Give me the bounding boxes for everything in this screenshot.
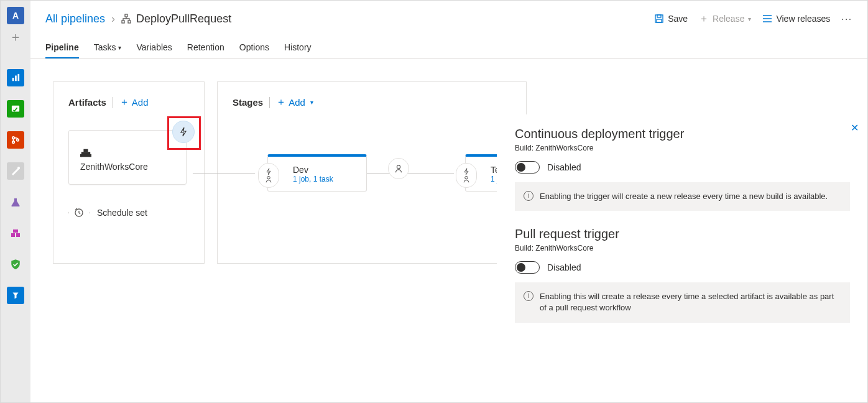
- breadcrumb: All pipelines › DeployPullRequest: [45, 12, 231, 25]
- svg-rect-9: [11, 233, 15, 237]
- sidebar-test-icon[interactable]: [7, 193, 24, 211]
- svg-rect-11: [125, 14, 127, 17]
- build-label: Build: ZenithWorksCore: [515, 144, 850, 152]
- svg-point-6: [17, 139, 19, 141]
- tab-retention[interactable]: Retention: [187, 42, 224, 58]
- schedule-label: Schedule set: [97, 208, 147, 218]
- postdeploy-conditions-icon[interactable]: [388, 158, 409, 179]
- svg-point-26: [397, 165, 400, 169]
- tab-options[interactable]: Options: [239, 42, 269, 58]
- chevron-down-icon: ▾: [118, 44, 121, 51]
- trigger-panel: ✕ Continuous deployment trigger Build: Z…: [497, 114, 867, 402]
- sidebar-overview-icon[interactable]: [7, 69, 24, 86]
- connector-line: [367, 173, 454, 174]
- svg-rect-0: [12, 78, 14, 81]
- svg-rect-20: [81, 152, 90, 157]
- sidebar-shield-icon[interactable]: [7, 256, 24, 273]
- pipeline-icon: [121, 14, 131, 24]
- artifact-name: ZenithWorksCore: [80, 162, 177, 172]
- svg-rect-15: [657, 15, 661, 17]
- cd-toggle[interactable]: [515, 161, 540, 174]
- topbar: All pipelines › DeployPullRequest Save ＋…: [30, 1, 867, 30]
- top-actions: Save ＋ Release ▾ View releases ···: [654, 12, 852, 25]
- svg-rect-13: [128, 21, 131, 23]
- svg-rect-12: [122, 21, 124, 23]
- clock-icon: [68, 202, 90, 223]
- sidebar-repos-icon[interactable]: [7, 131, 24, 149]
- stages-panel: Stages ＋ Add ▾ Dev 1 job, 1 task: [217, 81, 527, 264]
- breadcrumb-root[interactable]: All pipelines: [45, 12, 105, 25]
- close-icon[interactable]: ✕: [851, 122, 859, 134]
- sidebar-artifacts-icon[interactable]: [7, 225, 24, 242]
- predeploy-conditions-icon[interactable]: [456, 163, 477, 188]
- svg-rect-1: [15, 76, 17, 81]
- tab-history[interactable]: History: [284, 42, 312, 58]
- artifact-card[interactable]: ZenithWorksCore: [68, 130, 187, 185]
- add-stage-button[interactable]: ＋ Add ▾: [276, 96, 313, 109]
- pipeline-canvas: Artifacts ＋ Add ZenithWorksCore: [30, 59, 867, 402]
- svg-point-7: [17, 167, 20, 169]
- stage-name: Dev: [293, 165, 358, 175]
- pr-toggle[interactable]: [515, 261, 540, 274]
- save-button[interactable]: Save: [654, 14, 688, 24]
- info-icon: i: [524, 291, 533, 301]
- plus-icon: ＋: [119, 96, 129, 109]
- svg-rect-2: [18, 74, 20, 81]
- stage-sub[interactable]: 1 job, 1 task: [293, 175, 358, 183]
- info-icon: i: [524, 191, 533, 201]
- stage-card-dev[interactable]: Dev 1 job, 1 task: [267, 154, 367, 192]
- svg-rect-22: [80, 154, 82, 157]
- svg-point-4: [12, 137, 15, 139]
- connector-line: [193, 173, 255, 174]
- project-badge[interactable]: A: [7, 7, 24, 24]
- svg-rect-21: [83, 149, 88, 152]
- view-releases-button[interactable]: View releases: [762, 14, 830, 24]
- sidebar-query-icon[interactable]: [7, 287, 24, 304]
- pr-info: i Enabling this will create a release ev…: [515, 282, 850, 322]
- predeploy-conditions-icon[interactable]: [258, 163, 279, 188]
- build-source-icon: [80, 148, 177, 158]
- svg-point-5: [12, 141, 15, 144]
- svg-point-25: [267, 177, 270, 180]
- svg-rect-23: [90, 154, 91, 157]
- plus-icon: ＋: [276, 96, 286, 109]
- svg-rect-8: [13, 229, 18, 233]
- svg-point-27: [465, 177, 468, 180]
- pipeline-name: DeployPullRequest: [136, 12, 231, 25]
- pr-trigger-title: Pull request trigger: [515, 227, 850, 241]
- release-button[interactable]: ＋ Release ▾: [699, 12, 751, 25]
- artifacts-panel: Artifacts ＋ Add ZenithWorksCore: [53, 81, 205, 264]
- artifacts-title: Artifacts: [68, 97, 106, 108]
- breadcrumb-sep: ›: [111, 12, 115, 25]
- add-artifact-button[interactable]: ＋ Add: [119, 96, 149, 109]
- build-label: Build: ZenithWorksCore: [515, 244, 850, 252]
- cd-trigger-button[interactable]: [172, 121, 195, 143]
- svg-rect-3: [12, 106, 19, 112]
- pr-toggle-label: Disabled: [547, 262, 581, 272]
- sidebar-pipelines-icon[interactable]: [7, 162, 24, 180]
- cd-toggle-label: Disabled: [547, 162, 581, 172]
- tab-pipeline[interactable]: Pipeline: [45, 42, 79, 58]
- tab-tasks[interactable]: Tasks▾: [94, 42, 122, 58]
- left-nav: A ＋: [1, 1, 30, 402]
- cd-trigger-title: Continuous deployment trigger: [515, 127, 850, 141]
- add-project-icon[interactable]: ＋: [7, 28, 24, 45]
- cd-info: i Enabling the trigger will create a new…: [515, 182, 850, 211]
- stages-title: Stages: [233, 97, 263, 108]
- chevron-down-icon: ▾: [310, 99, 313, 106]
- sidebar-boards-icon[interactable]: [7, 100, 24, 118]
- schedule-button[interactable]: Schedule set: [68, 202, 193, 223]
- svg-rect-16: [657, 19, 662, 22]
- tab-variables[interactable]: Variables: [136, 42, 172, 58]
- svg-rect-10: [16, 233, 20, 237]
- chevron-down-icon: ▾: [748, 16, 751, 22]
- more-menu-icon[interactable]: ···: [841, 14, 852, 24]
- tabs: Pipeline Tasks▾ Variables Retention Opti…: [30, 34, 867, 59]
